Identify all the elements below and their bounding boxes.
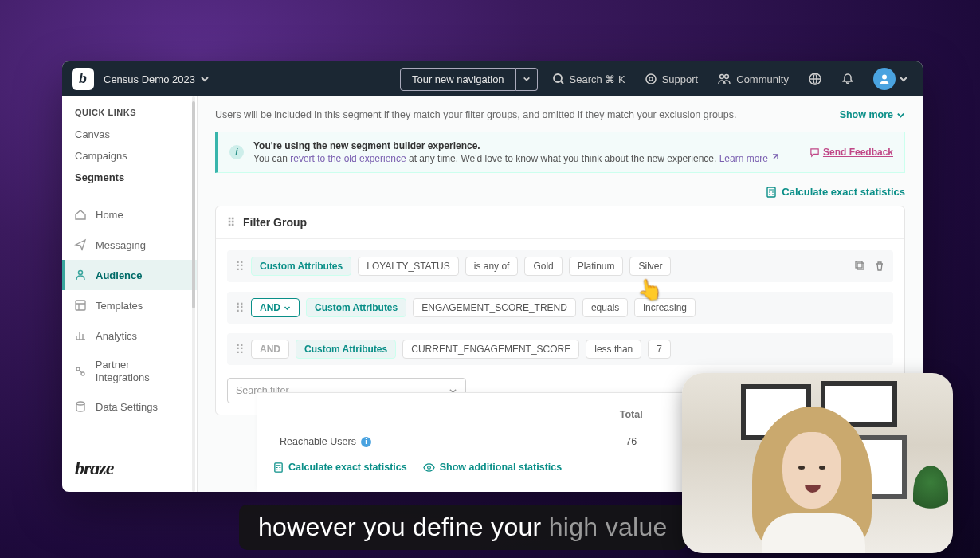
filter-group-title: Filter Group <box>243 216 307 229</box>
database-icon <box>73 399 88 414</box>
nav-audience[interactable]: Audience <box>62 260 197 290</box>
topbar: b Census Demo 2023 Tour new navigation S… <box>62 61 923 96</box>
show-more-link[interactable]: Show more <box>840 109 905 120</box>
filter-attr-chip[interactable]: CURRENT_ENGAGEMENT_SCORE <box>402 340 579 359</box>
eye-icon <box>423 462 435 473</box>
svg-rect-8 <box>76 301 85 310</box>
search-icon <box>552 73 565 85</box>
svg-rect-14 <box>856 261 862 268</box>
stats-col-total: Total <box>582 403 680 426</box>
presenter <box>738 402 889 553</box>
filter-attr-chip[interactable]: LOYALTY_STATUS <box>358 257 458 276</box>
brand-logo[interactable]: b <box>72 68 94 90</box>
svg-point-2 <box>649 77 653 81</box>
video-caption: however you define your high value <box>239 505 687 550</box>
svg-point-6 <box>882 75 887 80</box>
tour-button[interactable]: Tour new navigation <box>400 68 516 91</box>
workspace-name: Census Demo 2023 <box>104 73 195 85</box>
svg-rect-15 <box>275 462 282 471</box>
calculate-stats-link[interactable]: Calculate exact statistics <box>766 186 905 198</box>
svg-point-16 <box>427 466 430 469</box>
language-button[interactable] <box>803 69 827 89</box>
chevron-down-icon <box>284 305 291 312</box>
nav-messaging[interactable]: Messaging <box>62 230 197 260</box>
drag-handle-icon[interactable]: ⠿ <box>235 301 245 316</box>
svg-point-1 <box>646 74 656 84</box>
filter-row: ⠿ Custom Attributes LOYALTY_STATUS is an… <box>227 250 893 282</box>
svg-rect-13 <box>857 263 864 269</box>
filter-value-chip[interactable]: Platinum <box>569 257 624 276</box>
search-button[interactable]: Search ⌘ K <box>547 69 630 88</box>
avatar <box>873 68 896 90</box>
filter-type-chip[interactable]: Custom Attributes <box>296 340 396 359</box>
nav-templates[interactable]: Templates <box>62 290 197 320</box>
brand-wordmark: braze <box>62 446 197 492</box>
svg-point-11 <box>76 402 84 405</box>
filter-row: ⠿ AND Custom Attributes ENGAGEMENT_SCORE… <box>227 292 893 324</box>
quick-link-segments[interactable]: Segments <box>62 167 197 188</box>
filter-comparator-chip[interactable]: less than <box>586 340 641 359</box>
chevron-down-icon <box>523 75 531 83</box>
copy-icon[interactable] <box>855 261 866 272</box>
tour-dropdown[interactable] <box>516 68 538 91</box>
chat-icon <box>809 147 820 158</box>
drag-handle-icon[interactable]: ⠿ <box>235 259 245 274</box>
calculator-icon <box>273 462 284 473</box>
nav-analytics[interactable]: Analytics <box>62 320 197 351</box>
filter-op-and[interactable]: AND <box>251 298 300 317</box>
segment-description: Users will be included in this segment i… <box>215 109 736 120</box>
filter-comparator-chip[interactable]: equals <box>582 298 628 317</box>
community-link[interactable]: Community <box>712 69 794 88</box>
user-menu[interactable] <box>868 65 913 93</box>
support-link[interactable]: Support <box>640 69 704 88</box>
sidebar-scrollbar[interactable] <box>192 101 195 308</box>
svg-point-4 <box>725 75 729 79</box>
revert-link[interactable]: revert to the old experience <box>290 153 406 164</box>
external-icon <box>770 154 778 162</box>
filter-type-chip[interactable]: Custom Attributes <box>251 257 351 276</box>
filter-value-chip[interactable]: 7 <box>648 340 671 359</box>
sidebar: QUICK LINKS Canvas Campaigns Segments Ho… <box>62 96 198 492</box>
presenter-webcam <box>682 373 953 553</box>
filter-value-chip[interactable]: Silver <box>629 257 671 276</box>
filter-type-chip[interactable]: Custom Attributes <box>306 298 406 317</box>
filter-group-header: ⠿ Filter Group <box>216 206 904 239</box>
drag-handle-icon[interactable]: ⠿ <box>227 216 235 229</box>
users-icon <box>73 268 88 282</box>
trash-icon[interactable] <box>874 261 885 272</box>
learn-more-link[interactable]: Learn more <box>719 153 779 164</box>
user-icon <box>878 73 891 85</box>
drag-handle-icon[interactable]: ⠿ <box>235 342 245 357</box>
show-additional-stats-link[interactable]: Show additional statistics <box>423 462 563 473</box>
nav-partner-integrations[interactable]: Partner Integrations <box>62 351 197 391</box>
calculate-stats-link[interactable]: Calculate exact statistics <box>273 462 407 473</box>
filter-comparator-chip[interactable]: is any of <box>465 257 519 276</box>
filter-value-chip[interactable]: increasing <box>634 298 696 317</box>
filter-op-and[interactable]: AND <box>251 340 289 359</box>
notifications-button[interactable] <box>837 69 859 88</box>
info-icon[interactable]: i <box>361 437 371 447</box>
chevron-down-icon <box>899 74 908 84</box>
quick-link-canvas[interactable]: Canvas <box>62 124 197 145</box>
calculator-icon <box>766 187 777 198</box>
banner-title: You're using the new segment builder exp… <box>253 140 800 151</box>
quick-links-heading: QUICK LINKS <box>62 96 197 124</box>
filter-row: ⠿ AND Custom Attributes CURRENT_ENGAGEME… <box>227 333 893 365</box>
bell-icon <box>841 73 854 85</box>
info-icon: i <box>229 145 244 159</box>
life-ring-icon <box>645 73 657 85</box>
svg-point-9 <box>76 367 80 371</box>
home-icon <box>73 207 88 222</box>
nav-data-settings[interactable]: Data Settings <box>62 391 197 422</box>
stats-row-label: Reachable Users <box>280 436 356 447</box>
filter-attr-chip[interactable]: ENGAGEMENT_SCORE_TREND <box>413 298 576 317</box>
send-icon <box>73 238 88 252</box>
workspace-switcher[interactable]: Census Demo 2023 <box>104 73 210 85</box>
filter-value-chip[interactable]: Gold <box>524 257 562 276</box>
quick-link-campaigns[interactable]: Campaigns <box>62 145 197 167</box>
send-feedback-link[interactable]: Send Feedback <box>809 147 893 158</box>
stats-row-value: 76 <box>582 428 680 455</box>
plant-decoration <box>913 466 948 521</box>
people-icon <box>717 73 731 85</box>
nav-home[interactable]: Home <box>62 199 197 230</box>
